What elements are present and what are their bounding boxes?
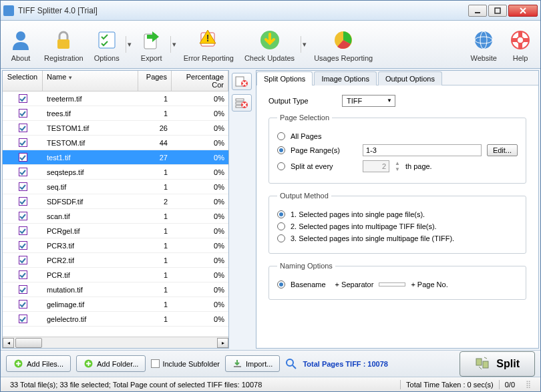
table-row[interactable]: TESTOM.tif440% <box>3 136 228 150</box>
radio-basename[interactable] <box>277 280 285 288</box>
table-row[interactable]: trees.tif10% <box>3 106 228 121</box>
row-checkbox[interactable] <box>19 124 27 132</box>
include-subfolder-checkbox[interactable]: Include Subfolder <box>151 359 220 368</box>
row-checkbox[interactable] <box>19 182 27 191</box>
row-checkbox[interactable] <box>19 270 27 279</box>
radio-method-1[interactable] <box>277 210 285 218</box>
tab-split-options[interactable]: Split Options <box>256 71 313 85</box>
radio-method-3[interactable] <box>277 234 285 242</box>
row-checkbox[interactable] <box>19 212 27 220</box>
table-row[interactable]: seq.tif10% <box>3 180 228 194</box>
split-every-input[interactable]: 2 <box>363 160 389 172</box>
output-type-select[interactable]: TIFF <box>342 95 395 107</box>
export-button[interactable]: Export <box>134 25 169 64</box>
naming-options-group: Naming Options Basename + Separator + Pa… <box>268 262 526 300</box>
remove-all-button[interactable] <box>232 94 252 112</box>
file-pages: 1 <box>138 212 172 220</box>
search-icon[interactable] <box>285 358 297 370</box>
table-row[interactable]: PCR2.tif10% <box>3 253 228 268</box>
svg-line-35 <box>293 365 296 369</box>
split-icon <box>475 356 491 372</box>
file-name: PCR2.tif <box>43 256 138 264</box>
scroll-right-button[interactable]: ▸ <box>217 338 228 348</box>
table-row[interactable]: PCR.tif10% <box>3 268 228 282</box>
file-name: treeterm.tif <box>43 95 138 103</box>
radio-all-pages[interactable] <box>277 132 285 140</box>
tab-output-options[interactable]: Output Options <box>378 71 442 85</box>
row-checkbox[interactable] <box>19 197 27 206</box>
app-window: TIFF Splitter 4.0 [Trial] About Registra… <box>0 0 541 392</box>
table-row[interactable]: seqsteps.tif10% <box>3 165 228 180</box>
registration-button[interactable]: Registration <box>39 25 88 64</box>
file-pct: 0% <box>172 301 228 309</box>
file-pages: 1 <box>138 227 172 235</box>
import-button[interactable]: Import... <box>225 355 280 372</box>
table-row[interactable]: PCR3.tif10% <box>3 238 228 253</box>
column-pages[interactable]: Pages <box>138 71 172 91</box>
website-button[interactable]: Website <box>466 25 502 64</box>
status-bar: 33 Total file(s); 33 file selected; Tota… <box>1 377 540 391</box>
row-checkbox[interactable] <box>19 138 27 147</box>
table-row[interactable]: TESTOM1.tif260% <box>3 121 228 136</box>
file-pages: 44 <box>138 139 172 147</box>
row-checkbox[interactable] <box>19 153 27 162</box>
maximize-button[interactable] <box>488 5 507 17</box>
help-button[interactable]: Help <box>503 25 538 64</box>
remove-selected-button[interactable] <box>232 73 252 90</box>
close-button[interactable] <box>508 5 538 17</box>
file-pages: 1 <box>138 286 172 294</box>
radio-page-ranges[interactable] <box>277 146 285 154</box>
usages-reporting-button[interactable]: Usages Reporting <box>309 25 377 64</box>
file-pct: 0% <box>172 154 228 162</box>
column-selection[interactable]: Selection <box>3 71 43 91</box>
column-percentage[interactable]: Percentage Cor <box>172 71 228 91</box>
table-row[interactable]: mutation.tif10% <box>3 282 228 297</box>
edit-ranges-button[interactable]: Edit... <box>487 144 518 156</box>
row-checkbox[interactable] <box>19 168 27 176</box>
column-name[interactable]: Name▼ <box>43 71 138 91</box>
about-button[interactable]: About <box>3 25 38 64</box>
add-folder-button[interactable]: Add Folder... <box>76 355 146 372</box>
minimize-button[interactable] <box>468 5 487 17</box>
horizontal-scrollbar[interactable]: ◂ ▸ <box>3 337 228 348</box>
table-row[interactable]: treeterm.tif10% <box>3 91 228 106</box>
row-checkbox[interactable] <box>19 285 27 294</box>
updates-dropdown[interactable]: ▾ <box>301 36 308 53</box>
file-name: gelimage.tif <box>43 301 138 309</box>
row-checkbox[interactable] <box>19 109 27 118</box>
page-ranges-input[interactable]: 1-3 <box>363 144 482 156</box>
tab-image-options[interactable]: Image Options <box>314 71 377 85</box>
row-checkbox[interactable] <box>19 256 27 264</box>
radio-method-2[interactable] <box>277 222 285 230</box>
split-button[interactable]: Split <box>460 351 535 377</box>
scroll-left-button[interactable]: ◂ <box>3 338 14 348</box>
radio-split-every[interactable] <box>277 162 285 170</box>
table-body[interactable]: treeterm.tif10%trees.tif10%TESTOM1.tif26… <box>3 91 228 337</box>
options-dropdown[interactable]: ▾ <box>126 36 133 53</box>
separator-input[interactable] <box>379 282 405 286</box>
file-pages: 1 <box>138 301 172 309</box>
row-checkbox[interactable] <box>19 94 27 103</box>
options-button[interactable]: Options <box>89 25 124 64</box>
export-dropdown[interactable]: ▾ <box>170 36 178 53</box>
table-row[interactable]: PCRgel.tif10% <box>3 224 228 238</box>
row-checkbox[interactable] <box>19 226 27 235</box>
file-pct: 0% <box>172 139 228 147</box>
add-files-button[interactable]: Add Files... <box>6 355 71 372</box>
row-checkbox[interactable] <box>19 241 27 250</box>
scroll-thumb[interactable] <box>15 338 42 348</box>
check-updates-button[interactable]: Check Updates <box>240 25 299 64</box>
table-row[interactable]: test1.tif270% <box>3 150 228 165</box>
svg-point-34 <box>287 359 293 366</box>
file-pages: 26 <box>138 124 172 132</box>
table-row[interactable]: gelimage.tif10% <box>3 297 228 312</box>
error-reporting-button[interactable]: ! Error Reporting <box>179 25 238 64</box>
options-panel: Split Options Image Options Output Optio… <box>256 70 539 349</box>
row-checkbox[interactable] <box>19 315 27 323</box>
table-row[interactable]: scan.tif10% <box>3 209 228 224</box>
row-checkbox[interactable] <box>19 300 27 309</box>
table-row[interactable]: SDFSDF.tif20% <box>3 194 228 209</box>
resize-grip[interactable]: ⣿ <box>520 380 536 389</box>
table-row[interactable]: gelelectro.tif10% <box>3 312 228 327</box>
page-selection-group: Page Selection All Pages Page Range(s) 1… <box>268 114 526 184</box>
